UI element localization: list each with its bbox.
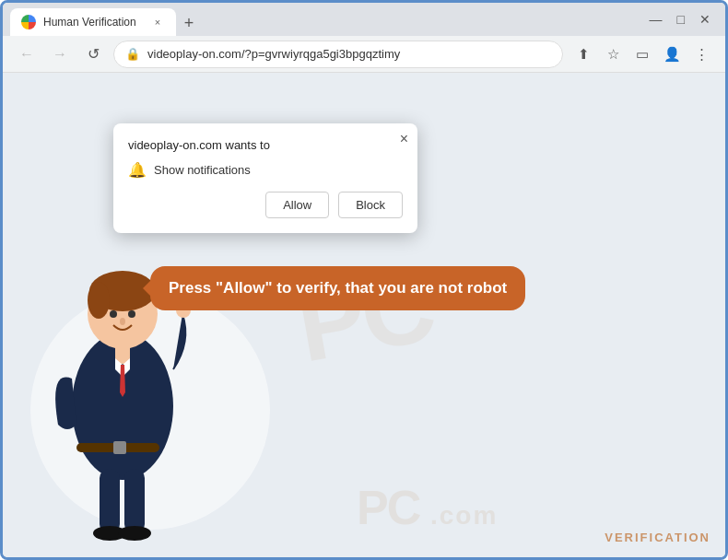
svg-text:.com: .com <box>430 501 498 530</box>
bell-icon: 🔔 <box>128 161 147 179</box>
popup-title: videoplay-on.com wants to <box>128 138 403 152</box>
address-bar: ← → ↺ 🔒 videoplay-on.com/?p=gvrwiyrqga5g… <box>3 36 725 73</box>
speech-bubble: Press "Allow" to verify, that you are no… <box>150 266 525 310</box>
sidebar-icon[interactable]: ▭ <box>629 41 655 67</box>
allow-button[interactable]: Allow <box>265 192 329 218</box>
popup-notification-row: 🔔 Show notifications <box>128 161 403 179</box>
forward-button[interactable]: → <box>47 41 73 67</box>
close-button[interactable]: ✕ <box>699 12 710 27</box>
tab-strip: Human Verification × + <box>10 3 642 36</box>
svg-point-6 <box>110 310 117 318</box>
tab-favicon <box>21 15 36 29</box>
tab-close-button[interactable]: × <box>150 15 165 29</box>
url-display: videoplay-on.com/?p=gvrwiyrqga5gi3bpgqzt… <box>147 47 551 61</box>
speech-bubble-text: Press "Allow" to verify, that you are no… <box>169 279 507 297</box>
bookmark-icon[interactable]: ☆ <box>600 41 626 67</box>
popup-buttons: Allow Block <box>128 192 403 218</box>
minimize-button[interactable]: — <box>650 12 663 27</box>
block-button[interactable]: Block <box>338 192 403 218</box>
svg-point-16 <box>118 526 151 541</box>
share-icon[interactable]: ⬆ <box>570 41 596 67</box>
lock-icon: 🔒 <box>125 47 140 61</box>
active-tab[interactable]: Human Verification × <box>10 8 176 36</box>
svg-point-7 <box>128 310 135 318</box>
title-bar: Human Verification × + — □ ✕ <box>3 3 725 36</box>
svg-text:PC: PC <box>357 481 421 533</box>
svg-rect-13 <box>100 469 120 533</box>
svg-point-5 <box>88 282 110 319</box>
svg-rect-14 <box>124 469 145 533</box>
window-controls: — □ ✕ <box>650 12 718 27</box>
reload-button[interactable]: ↺ <box>80 41 106 67</box>
popup-close-button[interactable]: × <box>400 131 408 147</box>
verification-label: VERIFICATION <box>605 531 710 544</box>
back-button[interactable]: ← <box>14 41 40 67</box>
address-input-wrap[interactable]: 🔒 videoplay-on.com/?p=gvrwiyrqga5gi3bpgq… <box>113 41 563 68</box>
svg-rect-18 <box>113 441 126 454</box>
notification-popup: × videoplay-on.com wants to 🔔 Show notif… <box>113 123 417 233</box>
browser-window: Human Verification × + — □ ✕ ← → ↺ 🔒 vid… <box>0 0 728 560</box>
toolbar-icons: ⬆ ☆ ▭ 👤 ⋮ <box>570 41 714 67</box>
tab-title: Human Verification <box>43 16 143 29</box>
new-tab-button[interactable]: + <box>176 10 202 36</box>
menu-icon[interactable]: ⋮ <box>688 41 714 67</box>
svg-marker-11 <box>120 365 125 397</box>
notification-label: Show notifications <box>154 163 251 177</box>
content-area: PC PC .com <box>3 73 725 557</box>
profile-icon[interactable]: 👤 <box>659 41 685 67</box>
watermark-svg: PC .com <box>357 478 707 533</box>
maximize-button[interactable]: □ <box>677 12 685 27</box>
svg-point-8 <box>120 318 125 325</box>
